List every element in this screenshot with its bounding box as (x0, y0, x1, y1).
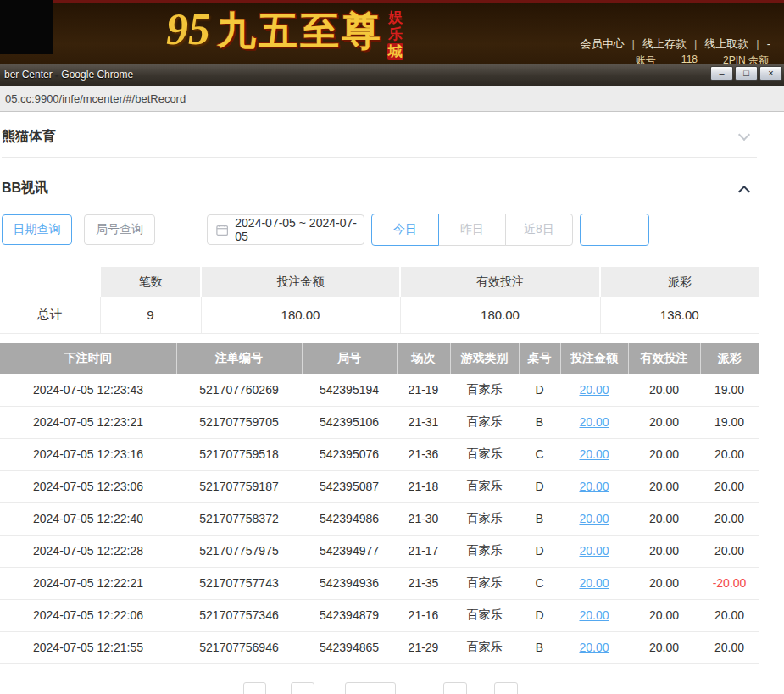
pagination-page[interactable] (291, 682, 314, 694)
cell-valid_bet: 20.00 (628, 567, 700, 599)
cell-bet_amount[interactable]: 20.00 (560, 470, 628, 502)
summary-header-row: 笔数 投注金额 有效投注 派彩 (0, 267, 759, 297)
pagination-box[interactable] (443, 682, 467, 694)
cell-round_no: 542395106 (302, 406, 397, 438)
cell-game_type: 百家乐 (450, 406, 519, 438)
bet-record-table: 下注时间 注单编号 局号 场次 游戏类别 桌号 投注金额 有效投注 派彩 202… (0, 343, 759, 664)
bet-table-body: 2024-07-05 12:23:43521707760269542395194… (0, 374, 759, 663)
cell-bet_amount[interactable]: 20.00 (560, 631, 628, 663)
nav-member-center[interactable]: 会员中心 (580, 37, 624, 50)
summary-count-value: 9 (100, 297, 201, 333)
address-bar[interactable]: 05.cc:9900/infe/mcenter/#/betRecord (0, 86, 784, 112)
cell-time: 2024-07-05 12:22:28 (0, 535, 176, 567)
table-row: 2024-07-05 12:23:21521707759705542395106… (0, 406, 759, 438)
cell-time: 2024-07-05 12:23:16 (0, 438, 176, 470)
chevron-down-icon[interactable] (738, 129, 750, 141)
section-bb-video[interactable]: BB视讯 (2, 168, 757, 208)
logo-sub-char: 娱 (387, 9, 403, 26)
cell-table_no: C (519, 567, 560, 599)
cell-order_no: 521707758372 (176, 502, 302, 535)
section-panda-sports[interactable]: 熊猫体育 (2, 117, 757, 158)
page-content: 熊猫体育 BB视讯 日期查询 局号查询 2024-07-05 ~ 2024-07… (0, 112, 784, 694)
cell-valid_bet: 20.00 (628, 502, 700, 535)
cell-bet_amount[interactable]: 20.00 (560, 502, 628, 535)
cell-session: 21-29 (397, 631, 450, 663)
window-controls: – □ × (710, 66, 782, 81)
site-logo: 95 九五至尊 娱 乐 城 (166, 3, 403, 60)
logo-sub-char: 城 (387, 43, 403, 60)
cell-round_no: 542395194 (302, 374, 397, 406)
pagination-prev[interactable] (243, 682, 266, 694)
cell-round_no: 542394879 (302, 599, 397, 631)
summary-header-valid-bet: 有效投注 (400, 267, 600, 297)
table-row: 2024-07-05 12:23:16521707759518542395076… (0, 438, 759, 470)
browser-titlebar[interactable]: ber Center - Google Chrome – □ × (0, 64, 784, 86)
col-header-time: 下注时间 (0, 343, 176, 374)
cell-valid_bet: 20.00 (628, 374, 700, 406)
cell-payout: 19.00 (700, 374, 759, 406)
pagination-jump[interactable] (345, 682, 396, 694)
cell-bet_amount[interactable]: 20.00 (560, 374, 628, 406)
filter-toolbar: 日期查询 局号查询 2024-07-05 ~ 2024-07-05 今日 昨日 … (2, 213, 757, 248)
nav-deposit[interactable]: 线上存款 (642, 37, 687, 50)
col-header-round-no: 局号 (302, 343, 397, 374)
summary-header-payout: 派彩 (600, 267, 759, 297)
logo-subtitle: 娱 乐 城 (387, 9, 403, 60)
cell-round_no: 542394936 (302, 567, 397, 599)
cell-bet_amount[interactable]: 20.00 (560, 567, 628, 599)
search-button[interactable]: 查询 (580, 214, 649, 246)
maximize-button[interactable]: □ (735, 66, 758, 81)
cell-session: 21-19 (397, 374, 450, 406)
nav-tail: - (767, 37, 770, 50)
cell-game_type: 百家乐 (450, 599, 519, 631)
cell-game_type: 百家乐 (450, 535, 519, 567)
yesterday-button[interactable]: 昨日 (438, 214, 506, 246)
cell-payout: 20.00 (700, 502, 759, 535)
pagination-next[interactable] (494, 682, 518, 694)
table-row: 2024-07-05 12:21:55521707756946542394865… (0, 631, 759, 663)
cell-table_no: D (519, 374, 560, 406)
nav-separator: | (756, 37, 759, 50)
logo-title: 九五至尊 (217, 3, 383, 58)
cell-payout: 19.00 (700, 406, 759, 438)
today-button[interactable]: 今日 (371, 214, 439, 246)
cell-payout: 20.00 (700, 438, 759, 470)
chevron-up-icon[interactable] (738, 185, 750, 197)
cell-bet_amount[interactable]: 20.00 (560, 535, 628, 567)
minimize-button[interactable]: – (710, 66, 733, 81)
date-query-tab[interactable]: 日期查询 (2, 214, 72, 245)
summary-valid-bet-value: 180.00 (400, 297, 600, 333)
cell-valid_bet: 20.00 (628, 470, 700, 502)
cell-session: 21-35 (397, 567, 450, 599)
cell-table_no: B (519, 631, 560, 663)
nav-withdraw[interactable]: 线上取款 (704, 37, 748, 50)
nav-separator: | (631, 37, 634, 50)
col-header-payout: 派彩 (700, 343, 759, 374)
cell-bet_amount[interactable]: 20.00 (560, 406, 628, 438)
cell-bet_amount[interactable]: 20.00 (560, 599, 628, 631)
cell-game_type: 百家乐 (450, 631, 519, 663)
cell-order_no: 521707760269 (176, 374, 302, 406)
date-range-picker[interactable]: 2024-07-05 ~ 2024-07-05 (207, 214, 364, 245)
cell-valid_bet: 20.00 (628, 535, 700, 567)
cell-order_no: 521707759705 (176, 406, 302, 438)
cell-order_no: 521707759518 (176, 438, 302, 470)
col-header-session: 场次 (397, 343, 450, 374)
cell-game_type: 百家乐 (450, 502, 519, 535)
cell-bet_amount[interactable]: 20.00 (560, 438, 628, 470)
last8days-button[interactable]: 近8日 (505, 214, 573, 246)
cell-time: 2024-07-05 12:22:21 (0, 567, 176, 599)
summary-total-row: 总计 9 180.00 180.00 138.00 (0, 297, 759, 333)
col-header-table-no: 桌号 (519, 343, 560, 374)
cell-table_no: B (519, 406, 560, 438)
table-row: 2024-07-05 12:23:43521707760269542395194… (0, 374, 759, 406)
cell-order_no: 521707757975 (176, 535, 302, 567)
cell-game_type: 百家乐 (450, 438, 519, 470)
cell-time: 2024-07-05 12:21:55 (0, 631, 176, 663)
round-query-tab[interactable]: 局号查询 (84, 214, 155, 245)
cell-valid_bet: 20.00 (628, 631, 700, 663)
cell-order_no: 521707756946 (176, 631, 302, 663)
close-button[interactable]: × (759, 66, 782, 81)
cell-time: 2024-07-05 12:23:21 (0, 406, 176, 438)
summary-bet-amount-value: 180.00 (201, 297, 400, 333)
